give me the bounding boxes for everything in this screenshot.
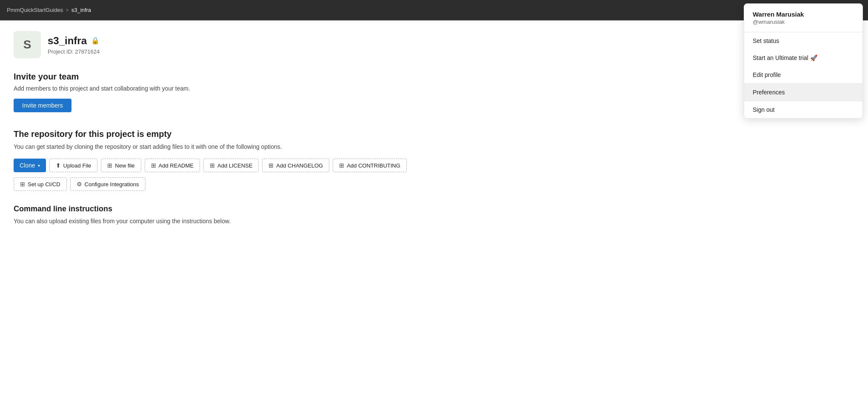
project-info: s3_infra 🔒 Project ID: 27871624 xyxy=(48,35,100,55)
new-file-plus-icon: ⊞ xyxy=(107,162,112,169)
cmd-description: You can also upload existing files from … xyxy=(14,218,497,224)
invite-title: Invite your team xyxy=(14,72,497,82)
project-id: Project ID: 27871624 xyxy=(48,48,100,55)
repo-section: The repository for this project is empty… xyxy=(14,129,497,191)
cmd-title: Command line instructions xyxy=(14,205,497,213)
add-changelog-button[interactable]: ⊞ Add CHANGELOG xyxy=(262,159,329,172)
upload-file-label: Upload File xyxy=(63,162,91,169)
menu-item-edit-profile[interactable]: Edit profile xyxy=(744,66,862,83)
breadcrumb-parent[interactable]: PmmQuickStartGuides xyxy=(7,7,63,13)
ultimate-trial-label: Start an Ultimate trial 🚀 xyxy=(753,54,817,61)
project-title: s3_infra 🔒 xyxy=(48,35,100,47)
cmd-section: Command line instructions You can also u… xyxy=(14,205,497,224)
changelog-plus-icon: ⊞ xyxy=(268,162,274,169)
project-avatar: S xyxy=(14,31,41,58)
menu-item-set-status[interactable]: Set status xyxy=(744,32,862,49)
main-content: S s3_infra 🔒 Project ID: 27871624 Invite… xyxy=(0,21,511,235)
action-buttons-row2: ⊞ Set up CI/CD ⚙ Configure Integrations xyxy=(14,177,497,191)
add-readme-button[interactable]: ⊞ Add README xyxy=(145,159,200,172)
breadcrumb: PmmQuickStartGuides > s3_infra xyxy=(7,7,91,13)
cicd-plus-icon: ⊞ xyxy=(20,181,25,188)
user-dropdown: Warren Marusiak @wmarusiak Set status St… xyxy=(744,3,863,119)
gear-icon: ⚙ xyxy=(77,181,82,188)
license-plus-icon: ⊞ xyxy=(210,162,215,169)
menu-item-ultimate-trial[interactable]: Start an Ultimate trial 🚀 xyxy=(744,49,862,66)
project-header: S s3_infra 🔒 Project ID: 27871624 xyxy=(14,31,497,58)
add-readme-label: Add README xyxy=(159,162,194,169)
preferences-label: Preferences xyxy=(753,89,785,96)
dropdown-user-info: Warren Marusiak @wmarusiak xyxy=(744,4,862,32)
upload-file-button[interactable]: ⬆ Upload File xyxy=(49,159,98,172)
setup-cicd-label: Set up CI/CD xyxy=(28,181,60,188)
add-license-label: Add LICENSE xyxy=(217,162,252,169)
repo-empty-description: You can get started by cloning the repos… xyxy=(14,143,497,150)
readme-plus-icon: ⊞ xyxy=(151,162,156,169)
new-file-label: New file xyxy=(115,162,134,169)
configure-integrations-button[interactable]: ⚙ Configure Integrations xyxy=(70,177,146,191)
add-changelog-label: Add CHANGELOG xyxy=(276,162,323,169)
clone-label: Clone xyxy=(20,162,35,169)
action-buttons-row1: Clone ▾ ⬆ Upload File ⊞ New file ⊞ Add R… xyxy=(14,159,497,172)
configure-integrations-label: Configure Integrations xyxy=(85,181,139,188)
top-bar: PmmQuickStartGuides > s3_infra xyxy=(0,0,868,20)
dropdown-user-name: Warren Marusiak xyxy=(753,11,854,18)
repo-empty-title: The repository for this project is empty xyxy=(14,129,497,139)
breadcrumb-separator: > xyxy=(66,7,69,13)
add-license-button[interactable]: ⊞ Add LICENSE xyxy=(203,159,259,172)
dropdown-username: @wmarusiak xyxy=(753,19,854,25)
clone-button[interactable]: Clone ▾ xyxy=(14,159,46,172)
set-status-label: Set status xyxy=(753,37,779,44)
lock-icon: 🔒 xyxy=(91,37,100,45)
menu-item-sign-out[interactable]: Sign out xyxy=(744,101,862,118)
invite-members-button[interactable]: Invite members xyxy=(14,99,71,112)
menu-item-preferences[interactable]: Preferences xyxy=(744,84,862,101)
invite-description: Add members to this project and start co… xyxy=(14,85,497,92)
add-contributing-label: Add CONTRIBUTING xyxy=(347,162,400,169)
contributing-plus-icon: ⊞ xyxy=(339,162,344,169)
new-file-button[interactable]: ⊞ New file xyxy=(101,159,141,172)
edit-profile-label: Edit profile xyxy=(753,71,781,78)
chevron-down-icon: ▾ xyxy=(38,163,40,168)
breadcrumb-current: s3_infra xyxy=(71,7,91,13)
upload-icon: ⬆ xyxy=(56,162,61,169)
invite-section: Invite your team Add members to this pro… xyxy=(14,72,497,112)
sign-out-label: Sign out xyxy=(753,106,774,113)
setup-cicd-button[interactable]: ⊞ Set up CI/CD xyxy=(14,177,67,191)
add-contributing-button[interactable]: ⊞ Add CONTRIBUTING xyxy=(333,159,407,172)
